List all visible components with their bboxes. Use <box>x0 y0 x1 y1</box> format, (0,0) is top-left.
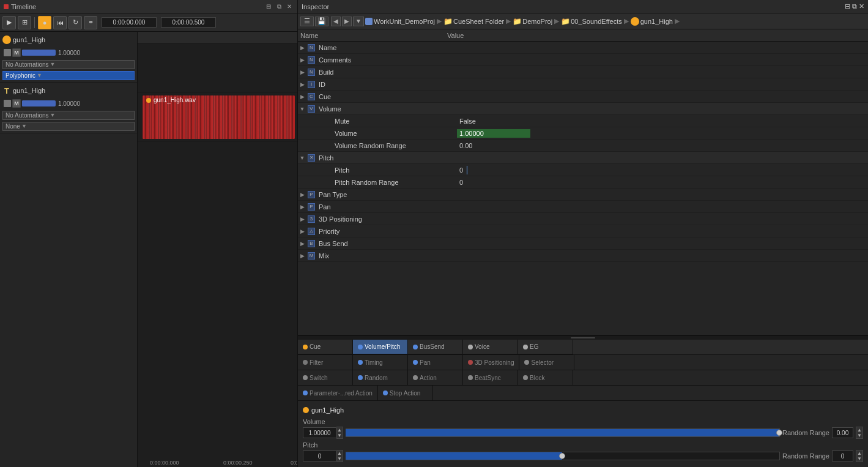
back-button[interactable]: ◀ <box>331 17 341 26</box>
tab-switch[interactable]: Switch <box>298 370 353 385</box>
breadcrumb-path: WorkUnit_DemoProj ▶ 📁 CueSheet Folder ▶ … <box>365 17 680 26</box>
timeline-panel: Timeline ⊟ ⧉ ✕ ▶ ⊞ ● ⏮ ↻ ⚭ 0:00:00.000 0… <box>0 0 298 467</box>
prop-value-volume-container: 1.00000 <box>457 129 530 138</box>
forward-button[interactable]: ▶ <box>342 17 352 26</box>
prop-row-vrr: Volume Random Range 0.00 <box>298 140 868 152</box>
expand-mix[interactable]: ▶ <box>298 250 306 262</box>
m-button-1[interactable]: M <box>12 48 21 57</box>
expand-bussend[interactable]: ▶ <box>298 237 306 250</box>
automation-dropdown-1[interactable]: No Automations ▼ <box>2 60 135 69</box>
prop-value-vrr: 0.00 <box>457 142 868 149</box>
nav-menu-icon[interactable]: ☰ <box>300 17 314 26</box>
nav-save-icon[interactable]: 💾 <box>315 17 328 26</box>
col-value-header: Value <box>447 32 866 39</box>
bc-item-cuesheet[interactable]: 📁 CueSheet Folder <box>443 17 504 26</box>
pitch-down-btn[interactable]: ▼ <box>336 456 343 461</box>
tab-eg[interactable]: EG <box>518 340 573 354</box>
prop-row-mute: Mute False <box>298 115 868 127</box>
inspector-close-icon[interactable]: ✕ <box>859 2 864 10</box>
volume-rr-down[interactable]: ▼ <box>856 433 862 438</box>
bottom-object-row: gun1_High <box>303 403 863 417</box>
bc-item-soundfx[interactable]: 📁 00_SoundEffects <box>561 17 622 26</box>
expand-pan-type[interactable]: ▶ <box>298 189 306 201</box>
volume-thumb[interactable] <box>776 430 782 436</box>
tab-bussend[interactable]: BusSend <box>408 340 463 354</box>
tab-voice[interactable]: Voice <box>463 340 518 354</box>
link-button[interactable]: ⚭ <box>84 16 97 29</box>
tab-stop-action[interactable]: Stop Action <box>378 386 433 400</box>
select-tool-button[interactable]: ▶ <box>2 16 16 29</box>
mode-dropdown-2[interactable]: None ▼ <box>2 122 135 131</box>
timeline-titlebar: Timeline ⊟ ⧉ ✕ <box>0 0 297 13</box>
volume-slider-1[interactable] <box>22 50 56 56</box>
expand-id[interactable]: ▶ <box>298 78 306 91</box>
timeline-title: Timeline <box>11 3 36 10</box>
prop-value-mute: False <box>457 118 868 125</box>
volume-input[interactable] <box>303 427 336 438</box>
expand-cue[interactable]: ▶ <box>298 91 306 103</box>
waveform-clip[interactable]: gun1_High.wav <box>143 95 295 139</box>
volume-up-btn[interactable]: ▲ <box>336 427 343 433</box>
pitch-rr-up[interactable]: ▲ <box>856 450 862 456</box>
param-tab-dot <box>303 390 308 395</box>
expand-pitch[interactable]: ▼ <box>298 152 306 164</box>
prop-icon-bussend: B <box>306 239 316 248</box>
bc-item-workunit[interactable]: WorkUnit_DemoProj <box>365 18 435 25</box>
tab-block[interactable]: Block <box>518 370 573 385</box>
track-label-2: gun1_High <box>13 87 45 94</box>
loop-button[interactable]: ↻ <box>69 16 82 29</box>
expand-volume[interactable]: ▼ <box>298 103 306 115</box>
prop-label-3d: 3D Positioning <box>317 215 458 223</box>
pitch-rr-down[interactable]: ▼ <box>856 456 862 461</box>
tab-beatsync[interactable]: BeatSync <box>463 370 518 385</box>
mode-dropdown-1[interactable]: Polyphonic ▼ <box>2 71 135 80</box>
orange-mode-button[interactable]: ● <box>38 16 51 29</box>
volume-track[interactable] <box>346 428 780 437</box>
tab-pan[interactable]: Pan <box>408 355 463 370</box>
skip-back-button[interactable]: ⏮ <box>53 16 67 29</box>
volume-rr-input[interactable] <box>832 427 853 438</box>
bc-item-demoproj[interactable]: 📁 DemoProj <box>513 17 552 26</box>
prop-label-mute: Mute <box>316 118 457 125</box>
tab-param-action[interactable]: Parameter-...red Action <box>298 386 378 400</box>
pitch-track[interactable] <box>346 452 780 460</box>
cuesheet-folder-icon: 📁 <box>443 17 452 26</box>
inspector-breadcrumb: ☰ 💾 ◀ ▶ ▼ WorkUnit_DemoProj ▶ 📁 CueSheet… <box>298 13 868 29</box>
expand-pan[interactable]: ▶ <box>298 201 306 213</box>
tab-selector[interactable]: Selector <box>519 355 574 370</box>
tab-3d-pos[interactable]: 3D Positioning <box>463 355 519 370</box>
volume-slider-2[interactable] <box>22 100 56 106</box>
expand-priority[interactable]: ▶ <box>298 225 306 237</box>
minimize-icon[interactable]: ⊟ <box>264 2 273 11</box>
breadcrumb-dropdown[interactable]: ▼ <box>353 17 364 26</box>
pitch-rr-input[interactable] <box>832 450 853 461</box>
close-icon[interactable]: ✕ <box>285 2 294 11</box>
expand-3d[interactable]: ▶ <box>298 213 306 225</box>
tab-volume-pitch[interactable]: Volume/Pitch <box>353 340 408 354</box>
tab-cue[interactable]: Cue <box>298 340 353 354</box>
volume-down-btn[interactable]: ▼ <box>336 433 343 438</box>
time-end: 0:00:00.500 <box>161 17 216 28</box>
float-icon[interactable]: ⧉ <box>275 2 283 11</box>
bottom-obj-dot <box>303 407 309 413</box>
bc-item-gun1high[interactable]: gun1_High <box>631 17 673 26</box>
tab-action[interactable]: Action <box>408 370 463 385</box>
m-button-2[interactable]: M <box>12 99 21 108</box>
inspector-minimize-icon[interactable]: ⊟ <box>845 2 850 10</box>
tab-timing[interactable]: Timing <box>353 355 408 370</box>
inspector-float-icon[interactable]: ⧉ <box>852 2 857 10</box>
tab-filter[interactable]: Filter <box>298 355 353 370</box>
volume-rr-up[interactable]: ▲ <box>856 427 862 433</box>
prop-row-pitch: ▼ ✕ Pitch <box>298 152 868 164</box>
expand-build[interactable]: ▶ <box>298 66 306 78</box>
tab-random[interactable]: Random <box>353 370 408 385</box>
expand-name[interactable]: ▶ <box>298 42 306 54</box>
zoom-tool-button[interactable]: ⊞ <box>18 16 31 29</box>
automation-dropdown-2[interactable]: No Automations ▼ <box>2 111 135 120</box>
pitch-input[interactable] <box>303 450 336 461</box>
pitch-thumb[interactable] <box>559 453 565 459</box>
track-row-2: gun1_High.wav <box>138 93 297 142</box>
expand-comments[interactable]: ▶ <box>298 54 306 66</box>
pitch-up-btn[interactable]: ▲ <box>336 450 343 456</box>
switch-tab-dot <box>303 375 308 380</box>
